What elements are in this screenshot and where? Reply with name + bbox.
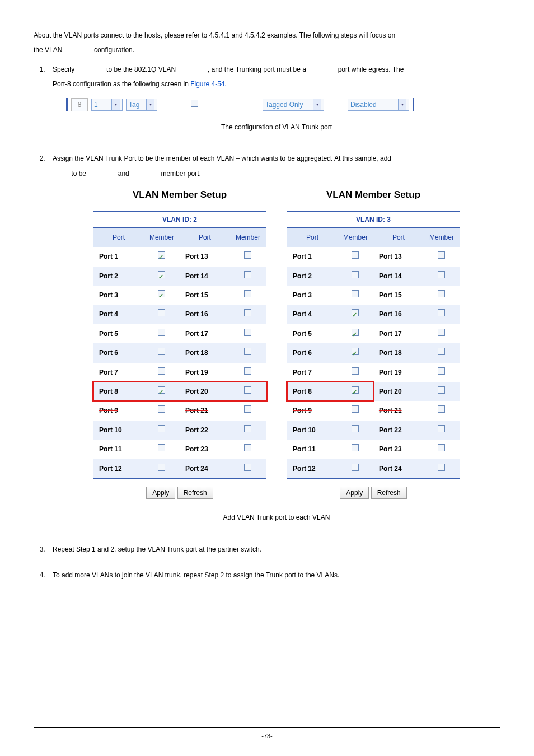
- tag-value: Tag: [129, 97, 139, 112]
- table-row: Port 1Port 13: [93, 247, 266, 266]
- member-checkbox[interactable]: [158, 329, 165, 336]
- member-checkbox[interactable]: [158, 386, 165, 394]
- intro-line: About the VLAN ports connect to the host…: [34, 31, 395, 39]
- vlan-table-3: VLAN ID: 3 Port Member Port Member Port …: [287, 211, 460, 479]
- member-checkbox-cell: [144, 459, 180, 479]
- member-checkbox[interactable]: [244, 464, 251, 471]
- port-name-cell: Port 14: [180, 267, 230, 286]
- step1-text: Specify: [53, 66, 74, 73]
- member-checkbox[interactable]: [158, 251, 165, 259]
- member-checkbox[interactable]: [158, 309, 165, 316]
- member-checkbox[interactable]: [244, 367, 251, 375]
- port-name-cell: Port 19: [180, 363, 230, 382]
- port-name-cell: Port 15: [180, 286, 230, 305]
- chevron-down-icon: ▾: [146, 99, 154, 110]
- member-checkbox[interactable]: [438, 367, 445, 375]
- member-checkbox[interactable]: [158, 367, 165, 375]
- table-row: Port 10Port 22: [287, 421, 460, 440]
- tag-select[interactable]: Tag ▾: [126, 99, 157, 111]
- table-row: Port 5Port 17: [287, 324, 460, 343]
- table-row: Port 5Port 17: [93, 324, 266, 343]
- member-checkbox[interactable]: [438, 251, 445, 259]
- vlan-table-2: VLAN ID: 2 Port Member Port Member Port …: [93, 211, 266, 479]
- member-checkbox[interactable]: [244, 309, 251, 316]
- member-checkbox[interactable]: [352, 290, 359, 297]
- col-port: Port: [373, 227, 424, 247]
- member-checkbox[interactable]: [438, 309, 445, 316]
- port-name-cell: Port 10: [93, 421, 144, 440]
- port-name-cell: Port 8: [287, 382, 338, 401]
- member-checkbox[interactable]: [352, 425, 359, 432]
- member-checkbox[interactable]: [352, 329, 359, 336]
- refresh-button[interactable]: Refresh: [177, 487, 213, 499]
- member-checkbox[interactable]: [244, 251, 251, 259]
- member-checkbox-cell: [424, 459, 460, 479]
- member-checkbox-cell: [230, 382, 266, 401]
- untagged-checkbox-cell: [161, 97, 228, 112]
- apply-button[interactable]: Apply: [340, 487, 369, 499]
- member-checkbox[interactable]: [438, 348, 445, 355]
- member-checkbox[interactable]: [438, 271, 445, 278]
- step2-text: and: [118, 170, 129, 178]
- figure-link[interactable]: Figure 4-54.: [190, 80, 227, 88]
- member-checkbox[interactable]: [438, 329, 445, 336]
- member-checkbox[interactable]: [352, 386, 359, 394]
- member-checkbox[interactable]: [438, 464, 445, 471]
- member-checkbox[interactable]: [244, 425, 251, 432]
- untagged-checkbox[interactable]: [191, 100, 198, 107]
- vlan-id-header: VLAN ID: 3: [287, 211, 460, 227]
- member-checkbox[interactable]: [352, 271, 359, 278]
- member-checkbox[interactable]: [158, 290, 165, 297]
- member-checkbox[interactable]: [158, 405, 165, 413]
- member-checkbox[interactable]: [352, 367, 359, 375]
- member-checkbox[interactable]: [158, 271, 165, 278]
- member-checkbox-cell: [144, 286, 180, 305]
- panel-title: VLAN Member Setup: [287, 184, 460, 205]
- member-checkbox[interactable]: [438, 425, 445, 432]
- chevron-down-icon: ▾: [313, 99, 321, 110]
- member-checkbox[interactable]: [352, 309, 359, 316]
- pvid-select[interactable]: 1 ▾: [91, 99, 123, 111]
- member-checkbox[interactable]: [438, 290, 445, 297]
- member-checkbox-cell: [144, 343, 180, 362]
- member-checkbox[interactable]: [438, 444, 445, 451]
- port-name-cell: Port 6: [93, 343, 144, 362]
- accept-frame-select[interactable]: Tagged Only ▾: [263, 99, 324, 111]
- member-checkbox[interactable]: [352, 348, 359, 355]
- table-row: Port 8Port 20: [287, 382, 460, 401]
- table-row: Port 2Port 14: [287, 267, 460, 286]
- member-checkbox[interactable]: [158, 464, 165, 471]
- member-checkbox[interactable]: [158, 348, 165, 355]
- ingress-filter-select[interactable]: Disabled ▾: [348, 99, 409, 111]
- step1-text: to be the 802.1Q VLAN: [106, 66, 176, 73]
- member-checkbox[interactable]: [158, 425, 165, 432]
- member-checkbox-cell: [230, 343, 266, 362]
- member-checkbox[interactable]: [438, 405, 445, 413]
- member-checkbox[interactable]: [244, 386, 251, 394]
- port-name-cell: Port 10: [287, 421, 338, 440]
- member-checkbox[interactable]: [352, 464, 359, 471]
- port-name-cell: Port 3: [287, 286, 338, 305]
- table-row: Port 8Port 20: [93, 382, 266, 401]
- member-checkbox-cell: [338, 401, 373, 420]
- member-checkbox[interactable]: [438, 386, 445, 394]
- member-checkbox[interactable]: [158, 444, 165, 451]
- refresh-button[interactable]: Refresh: [371, 487, 407, 499]
- member-checkbox[interactable]: [244, 329, 251, 336]
- member-checkbox[interactable]: [352, 251, 359, 259]
- col-member: Member: [230, 227, 266, 247]
- step-4: To add more VLANs to join the VLAN trunk…: [47, 568, 500, 582]
- apply-button[interactable]: Apply: [146, 487, 175, 499]
- member-checkbox[interactable]: [244, 444, 251, 451]
- member-checkbox[interactable]: [352, 405, 359, 413]
- member-checkbox[interactable]: [352, 444, 359, 451]
- port-name-cell: Port 22: [373, 421, 424, 440]
- member-checkbox[interactable]: [244, 271, 251, 278]
- member-checkbox[interactable]: [244, 290, 251, 297]
- member-checkbox-cell: [424, 305, 460, 324]
- member-checkbox[interactable]: [244, 348, 251, 355]
- table-row: Port 1Port 13: [287, 247, 460, 266]
- footer-divider: [34, 727, 500, 728]
- member-checkbox-cell: [338, 305, 373, 324]
- member-checkbox[interactable]: [244, 405, 251, 413]
